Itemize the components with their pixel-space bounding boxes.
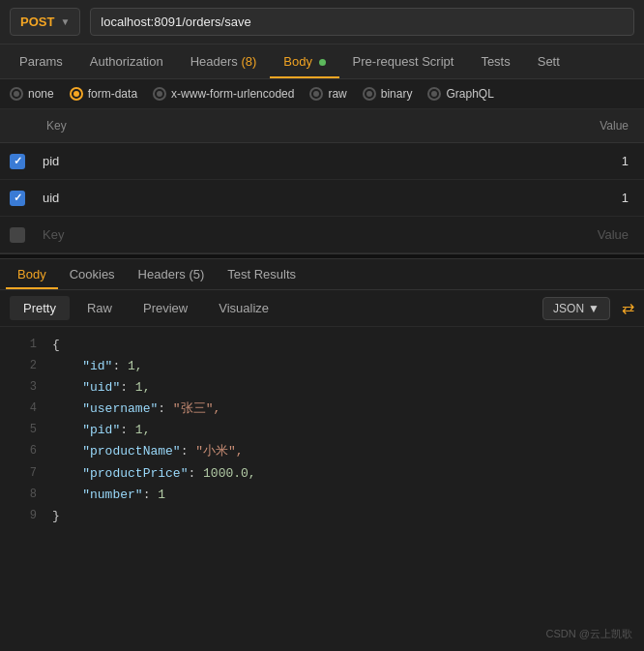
- method-label: POST: [20, 15, 54, 29]
- format-selector: JSON ▼ ⇄: [542, 297, 634, 320]
- radio-raw-circle: [309, 87, 323, 101]
- radio-binary-circle: [363, 87, 376, 101]
- tab-headers[interactable]: Headers (8): [177, 44, 271, 78]
- line-num-6: 6: [8, 441, 37, 462]
- kv-key-uid[interactable]: uid: [35, 187, 586, 209]
- view-mode-row: Pretty Raw Preview Visualize JSON ▼ ⇄: [0, 290, 644, 327]
- radio-raw[interactable]: raw: [309, 87, 346, 101]
- resp-tab-tests[interactable]: Test Results: [216, 259, 307, 289]
- resp-tab-headers[interactable]: Headers (5): [127, 259, 217, 289]
- line-num-3: 3: [8, 377, 37, 399]
- radio-form-data[interactable]: form-data: [70, 87, 137, 101]
- format-label: JSON: [553, 302, 584, 315]
- checkbox-pid-box[interactable]: ✓: [10, 154, 25, 169]
- line-num-9: 9: [8, 506, 37, 527]
- kv-header-key: Key: [35, 115, 337, 136]
- kv-header-value: Value: [337, 115, 644, 136]
- tab-settings[interactable]: Sett: [524, 44, 573, 78]
- json-line-1: 1 {: [0, 335, 644, 356]
- watermark: CSDN @云上凯歌: [546, 627, 632, 641]
- radio-urlencoded[interactable]: x-www-form-urlencoded: [153, 87, 294, 101]
- view-visualize[interactable]: Visualize: [205, 296, 282, 320]
- radio-none-circle: [10, 87, 23, 101]
- tab-params[interactable]: Params: [6, 44, 76, 78]
- resp-headers-badge: (5): [189, 267, 204, 281]
- kv-value-pid[interactable]: 1: [586, 150, 644, 172]
- format-dropdown[interactable]: JSON ▼: [542, 297, 610, 320]
- line-num-1: 1: [8, 335, 37, 356]
- json-line-6: 6 "productName": "小米",: [0, 441, 644, 462]
- body-dot-icon: [319, 59, 326, 66]
- line-num-2: 2: [8, 356, 37, 377]
- kv-key-empty[interactable]: Key: [35, 223, 586, 246]
- radio-graphql[interactable]: GraphQL: [427, 87, 493, 101]
- resp-tab-body[interactable]: Body: [6, 259, 58, 289]
- tab-authorization[interactable]: Authorization: [76, 44, 177, 78]
- kv-checkbox-empty: [0, 227, 35, 243]
- kv-checkbox-uid[interactable]: ✓: [0, 191, 35, 206]
- kv-checkbox-pid[interactable]: ✓: [0, 154, 35, 169]
- wrap-icon[interactable]: ⇄: [622, 299, 634, 317]
- radio-none[interactable]: none: [10, 87, 54, 101]
- kv-table-header: Key Value: [0, 109, 644, 143]
- line-num-7: 7: [8, 463, 37, 485]
- checkbox-uid-box[interactable]: ✓: [10, 191, 25, 206]
- kv-key-pid[interactable]: pid: [35, 150, 586, 172]
- checkbox-pid-check: ✓: [14, 155, 22, 167]
- kv-row-pid: ✓ pid 1: [0, 143, 644, 180]
- kv-row-uid: ✓ uid 1: [0, 180, 644, 217]
- request-tabs: Params Authorization Headers (8) Body Pr…: [0, 44, 644, 79]
- radio-binary[interactable]: binary: [363, 87, 413, 101]
- json-line-7: 7 "productPrice": 1000.0,: [0, 463, 644, 485]
- kv-row-empty: Key Value: [0, 217, 644, 253]
- json-line-5: 5 "pid": 1,: [0, 420, 644, 441]
- tab-pre-request[interactable]: Pre-request Script: [339, 44, 468, 78]
- tab-body[interactable]: Body: [270, 44, 338, 78]
- method-selector[interactable]: POST ▼: [10, 8, 80, 36]
- url-input[interactable]: [90, 8, 634, 36]
- resp-tab-cookies[interactable]: Cookies: [58, 259, 127, 289]
- checkbox-empty-box[interactable]: [10, 227, 25, 243]
- method-chevron-icon: ▼: [60, 16, 70, 27]
- kv-value-uid[interactable]: 1: [586, 187, 644, 209]
- radio-urlencoded-circle: [153, 87, 166, 101]
- line-num-5: 5: [8, 420, 37, 441]
- format-chevron-icon: ▼: [588, 302, 600, 315]
- top-bar: POST ▼: [0, 0, 644, 44]
- headers-badge: (8): [241, 54, 256, 69]
- json-line-3: 3 "uid": 1,: [0, 377, 644, 399]
- tab-tests[interactable]: Tests: [467, 44, 523, 78]
- line-num-4: 4: [8, 399, 37, 420]
- view-raw[interactable]: Raw: [73, 296, 126, 320]
- view-pretty[interactable]: Pretty: [10, 296, 70, 320]
- body-type-row: none form-data x-www-form-urlencoded raw…: [0, 79, 644, 109]
- checkbox-uid-check: ✓: [14, 192, 22, 204]
- radio-graphql-circle: [427, 87, 441, 101]
- kv-value-empty[interactable]: Value: [586, 223, 644, 246]
- json-line-4: 4 "username": "张三",: [0, 399, 644, 420]
- json-line-9: 9 }: [0, 506, 644, 527]
- view-preview[interactable]: Preview: [130, 296, 201, 320]
- radio-form-data-circle: [70, 87, 83, 101]
- json-output: 1 { 2 "id": 1, 3 "uid": 1, 4 "username":…: [0, 327, 644, 535]
- response-tabs: Body Cookies Headers (5) Test Results: [0, 259, 644, 290]
- json-line-8: 8 "number": 1: [0, 485, 644, 506]
- line-num-8: 8: [8, 485, 37, 506]
- json-line-2: 2 "id": 1,: [0, 356, 644, 377]
